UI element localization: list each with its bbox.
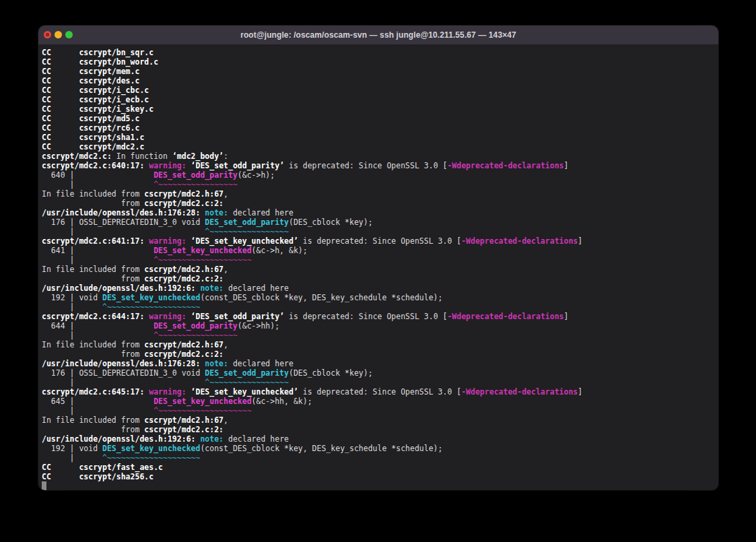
terminal-text-segment: , bbox=[224, 189, 228, 199]
terminal-line: CC cscrypt/i_skey.c bbox=[42, 104, 715, 114]
terminal-line: cscrypt/mdc2.c:641:17: warning: ‘DES_set… bbox=[42, 236, 715, 246]
terminal-text-segment: , bbox=[224, 265, 228, 274]
terminal-text-segment: DES_set_key_unchecked bbox=[153, 246, 251, 255]
terminal-text-segment: -Wdeprecated-declarations bbox=[447, 312, 563, 321]
terminal-text-segment bbox=[186, 387, 191, 397]
terminal-text-segment: 176 | OSSL_DEPRECATEDIN_3_0 void bbox=[42, 368, 205, 378]
terminal-line: In file included from cscrypt/mdc2.h:67, bbox=[42, 265, 715, 274]
terminal-text-segment: CC cscrypt/bn_sqr.c bbox=[42, 48, 153, 57]
terminal-text-segment: In file included from bbox=[42, 340, 144, 349]
terminal-line: 645 | DES_set_key_unchecked(&c->hh, &k); bbox=[42, 397, 715, 406]
terminal-text-segment: cscrypt/mdc2.h:67 bbox=[144, 340, 224, 349]
terminal-line: /usr/include/openssl/des.h:192:6: note: … bbox=[42, 434, 715, 444]
window-titlebar[interactable]: root@jungle: /oscam/oscam-svn — ssh jung… bbox=[38, 26, 718, 45]
terminal-line: CC cscrypt/bn_sqr.c bbox=[42, 48, 715, 57]
terminal-line: 640 | DES_set_odd_parity(&c->h); bbox=[42, 170, 715, 180]
terminal-text-segment bbox=[186, 312, 191, 321]
terminal-line: CC cscrypt/des.c bbox=[42, 76, 715, 86]
terminal-line: cscrypt/mdc2.c: In function ‘mdc2_body’: bbox=[42, 151, 715, 161]
terminal-text-segment: warning: bbox=[149, 161, 186, 170]
terminal-line: from cscrypt/mdc2.c:2: bbox=[42, 349, 715, 359]
terminal-text-segment: declared here bbox=[224, 283, 289, 293]
terminal-text-segment: cscrypt/mdc2.c:645:17: bbox=[42, 387, 144, 397]
terminal-text-segment: 640 | bbox=[42, 170, 153, 180]
terminal-text-segment: declared here bbox=[224, 434, 289, 444]
terminal-text-segment: ] bbox=[564, 161, 569, 170]
terminal-text-segment: cscrypt/mdc2.c:641:17: bbox=[42, 236, 144, 246]
terminal-text-segment: DES_set_key_unchecked bbox=[102, 293, 200, 302]
terminal-text-segment: (&c->hh, &k); bbox=[252, 397, 312, 406]
terminal-text-segment: warning: bbox=[149, 236, 186, 246]
terminal-text-segment: | bbox=[42, 227, 205, 236]
terminal-window: root@jungle: /oscam/oscam-svn — ssh jung… bbox=[38, 26, 718, 490]
terminal-text-segment: (DES_cblock *key); bbox=[289, 217, 373, 227]
terminal-line: | ^~~~~~~~~~~~~~~~~~~~~ bbox=[42, 453, 715, 463]
terminal-text-segment: note: bbox=[205, 208, 228, 217]
terminal-text-segment: In file included from bbox=[42, 189, 144, 199]
terminal-line: | ^~~~~~~~~~~~~~~~~~~~~ bbox=[42, 255, 715, 265]
terminal-text-segment: ^~~~~~~~~~~~~~~~~~~~~ bbox=[153, 255, 251, 265]
terminal-line: | ^~~~~~~~~~~~~~~~~~~~~ bbox=[42, 302, 715, 312]
terminal-text-segment: cscrypt/mdc2.h:67 bbox=[144, 265, 224, 274]
terminal-text-segment: | bbox=[42, 406, 153, 415]
traffic-light-group bbox=[44, 31, 73, 38]
terminal-line: | ^~~~~~~~~~~~~~~~~~ bbox=[42, 180, 715, 189]
terminal-text-segment: 176 | OSSL_DEPRECATEDIN_3_0 void bbox=[42, 217, 205, 227]
terminal-text-segment: (const_DES_cblock *key, DES_key_schedule… bbox=[200, 444, 442, 453]
terminal-text-segment: DES_set_odd_parity bbox=[205, 368, 289, 378]
terminal-screen[interactable]: CC cscrypt/bn_sqr.cCC cscrypt/bn_word.cC… bbox=[38, 45, 718, 490]
minimize-button[interactable] bbox=[55, 31, 62, 38]
terminal-text-segment: ‘DES_set_key_unchecked’ bbox=[191, 236, 298, 246]
terminal-text-segment: 644 | bbox=[42, 321, 153, 331]
terminal-text-segment: CC cscrypt/sha1.c bbox=[42, 133, 144, 142]
terminal-line: In file included from cscrypt/mdc2.h:67, bbox=[42, 415, 715, 425]
terminal-text-segment: 645 | bbox=[42, 397, 153, 406]
terminal-line: CC cscrypt/sha1.c bbox=[42, 133, 715, 142]
terminal-line: 176 | OSSL_DEPRECATEDIN_3_0 void DES_set… bbox=[42, 368, 715, 378]
terminal-line: CC cscrypt/mdc2.c bbox=[42, 142, 715, 151]
terminal-text-segment: | bbox=[42, 453, 102, 463]
terminal-text-segment: CC cscrypt/fast_aes.c bbox=[42, 463, 163, 472]
terminal-text-segment: is deprecated: Since OpenSSL 3.0 [ bbox=[284, 161, 447, 170]
terminal-text-segment: | bbox=[42, 378, 205, 387]
zoom-button[interactable] bbox=[65, 31, 73, 38]
terminal-text-segment: ^~~~~~~~~~~~~~~~~~~~~ bbox=[102, 453, 200, 463]
terminal-text-segment: : bbox=[224, 151, 228, 161]
terminal-text-segment: /usr/include/openssl/des.h:192:6: bbox=[42, 434, 195, 444]
terminal-text-segment: CC cscrypt/mdc2.c bbox=[42, 142, 144, 151]
terminal-text-segment: cscrypt/mdc2.c:2: bbox=[144, 199, 224, 208]
terminal-text-segment: (&c->h); bbox=[238, 170, 275, 180]
terminal-text-segment: note: bbox=[205, 359, 228, 368]
terminal-text-segment: CC cscrypt/i_cbc.c bbox=[42, 86, 149, 95]
terminal-text-segment: cscrypt/mdc2.c:2: bbox=[144, 349, 224, 359]
terminal-text-segment: CC cscrypt/md5.c bbox=[42, 114, 139, 123]
terminal-text-segment: (&c->h, &k); bbox=[252, 246, 308, 255]
terminal-text-segment: ^~~~~~~~~~~~~~~~~~ bbox=[205, 378, 289, 387]
terminal-text-segment: (const_DES_cblock *key, DES_key_schedule… bbox=[200, 293, 442, 302]
terminal-text-segment: DES_set_key_unchecked bbox=[153, 397, 251, 406]
terminal-line: CC cscrypt/rc6.c bbox=[42, 123, 715, 133]
terminal-line: CC cscrypt/md5.c bbox=[42, 114, 715, 123]
terminal-line: CC cscrypt/sha256.c bbox=[42, 472, 715, 481]
terminal-line: CC cscrypt/mem.c bbox=[42, 67, 715, 76]
terminal-text-segment: | bbox=[42, 255, 153, 265]
terminal-text-segment: | bbox=[42, 302, 102, 312]
terminal-text-segment: cscrypt/mdc2.c:2: bbox=[144, 274, 224, 283]
terminal-text-segment: -Wdeprecated-declarations bbox=[461, 236, 578, 246]
terminal-text-segment: CC cscrypt/i_skey.c bbox=[42, 104, 153, 114]
terminal-text-segment: (&c->hh); bbox=[238, 321, 279, 331]
terminal-line: /usr/include/openssl/des.h:176:28: note:… bbox=[42, 208, 715, 217]
terminal-text-segment bbox=[186, 161, 191, 170]
terminal-text-segment: warning: bbox=[149, 312, 186, 321]
terminal-line: /usr/include/openssl/des.h:176:28: note:… bbox=[42, 359, 715, 368]
terminal-cursor bbox=[42, 481, 46, 490]
close-button[interactable] bbox=[44, 31, 51, 38]
terminal-text-segment: cscrypt/mdc2.h:67 bbox=[144, 189, 224, 199]
terminal-line: In file included from cscrypt/mdc2.h:67, bbox=[42, 340, 715, 349]
terminal-text-segment: is deprecated: Since OpenSSL 3.0 [ bbox=[298, 236, 461, 246]
terminal-text-segment: DES_set_odd_parity bbox=[205, 217, 289, 227]
terminal-text-segment: cscrypt/mdc2.c:640:17: bbox=[42, 161, 144, 170]
terminal-text-segment: -Wdeprecated-declarations bbox=[461, 387, 578, 397]
terminal-line: cscrypt/mdc2.c:645:17: warning: ‘DES_set… bbox=[42, 387, 715, 397]
terminal-text-segment: In file included from bbox=[42, 265, 144, 274]
